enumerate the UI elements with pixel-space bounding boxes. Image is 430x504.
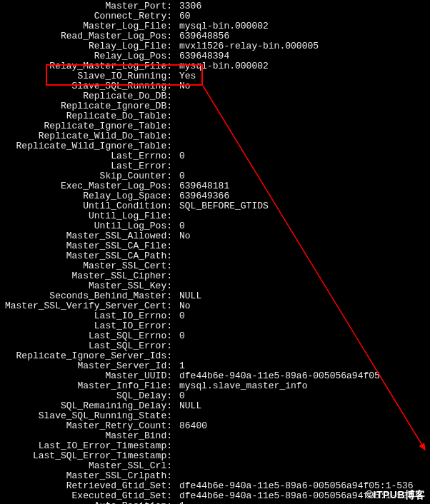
status-row: Master_SSL_Crl: [0, 461, 430, 471]
status-label: Relay_Master_Log_File: [0, 61, 175, 71]
status-value [175, 321, 179, 331]
status-label: Executed_Gtid_Set: [0, 491, 175, 501]
status-label: Replicate_Do_DB: [0, 91, 175, 101]
status-value [175, 471, 179, 481]
status-value [175, 161, 179, 171]
status-row: Replicate_Do_DB: [0, 91, 430, 101]
status-row: Until_Log_File: [0, 211, 430, 221]
status-row: Slave_IO_Running:Yes [0, 71, 430, 81]
status-value: 60 [175, 11, 191, 21]
status-label: Until_Log_File: [0, 211, 175, 221]
status-row: Master_Port:3306 [0, 1, 430, 11]
status-row: Master_SSL_Allowed:No [0, 231, 430, 241]
status-row: Master_Server_Id:1 [0, 361, 430, 371]
status-label: Replicate_Ignore_Server_Ids: [0, 351, 175, 361]
status-row: Connect_Retry:60 [0, 11, 430, 21]
status-label: Replicate_Ignore_DB: [0, 101, 175, 111]
status-row: Master_Bind: [0, 431, 430, 441]
status-value: 0 [175, 311, 185, 321]
status-label: Master_SSL_Crlpath: [0, 471, 175, 481]
status-label: Relay_Log_Space: [0, 191, 175, 201]
status-row: Master_SSL_CA_File: [0, 241, 430, 251]
status-value [175, 341, 179, 351]
status-value [175, 101, 179, 111]
status-label: Retrieved_Gtid_Set: [0, 481, 175, 491]
status-row: Last_SQL_Error: [0, 341, 430, 351]
status-label: Master_Info_File: [0, 381, 175, 391]
status-value: 0 [175, 171, 185, 181]
status-label: Master_SSL_Crl: [0, 461, 175, 471]
status-value: 639648394 [175, 51, 229, 61]
status-value: No [175, 81, 191, 91]
status-value: NULL [175, 291, 201, 301]
status-row: Seconds_Behind_Master:NULL [0, 291, 430, 301]
status-row: Master_SSL_Cert: [0, 261, 430, 271]
status-label: Connect_Retry: [0, 11, 175, 21]
status-row: Until_Log_Pos:0 [0, 221, 430, 231]
status-label: Relay_Log_File: [0, 41, 175, 51]
status-label: Until_Log_Pos: [0, 221, 175, 231]
status-label: Auto_Position: [0, 501, 175, 504]
status-label: Replicate_Ignore_Table: [0, 121, 175, 131]
status-row: Last_IO_Errno:0 [0, 311, 430, 321]
status-value: 0 [175, 221, 185, 231]
status-value [175, 121, 179, 131]
status-label: Master_SSL_Verify_Server_Cert: [0, 301, 175, 311]
status-label: Master_Retry_Count: [0, 421, 175, 431]
status-row: Master_SSL_Crlpath: [0, 471, 430, 481]
status-label: Last_Error: [0, 161, 175, 171]
status-value: NULL [175, 401, 201, 411]
status-value: 639648181 [175, 181, 229, 191]
status-row: Master_SSL_Verify_Server_Cert:No [0, 301, 430, 311]
status-value [175, 271, 179, 281]
status-row: Replicate_Ignore_Table: [0, 121, 430, 131]
status-label: Replicate_Wild_Ignore_Table: [0, 141, 175, 151]
status-label: Master_SSL_Cert: [0, 261, 175, 271]
status-row: Replicate_Ignore_Server_Ids: [0, 351, 430, 361]
status-row: Last_SQL_Error_Timestamp: [0, 451, 430, 461]
status-value [175, 461, 179, 471]
status-value [175, 131, 179, 141]
status-value [175, 451, 179, 461]
status-row: Replicate_Wild_Do_Table: [0, 131, 430, 141]
status-value [175, 261, 179, 271]
status-row: Relay_Log_File:mvxl1526-relay-bin.000005 [0, 41, 430, 51]
status-label: Last_Errno: [0, 151, 175, 161]
status-row: Slave_SQL_Running:No [0, 81, 430, 91]
status-label: Master_SSL_CA_Path: [0, 251, 175, 261]
status-row: Master_SSL_Cipher: [0, 271, 430, 281]
status-label: Seconds_Behind_Master: [0, 291, 175, 301]
status-label: Replicate_Wild_Do_Table: [0, 131, 175, 141]
status-value: 1 [175, 501, 185, 504]
status-value: mysql.slave_master_info [175, 381, 307, 391]
status-value [175, 251, 179, 261]
status-row: Master_Retry_Count:86400 [0, 421, 430, 431]
status-label: Slave_SQL_Running: [0, 81, 175, 91]
status-row: Read_Master_Log_Pos:639648856 [0, 31, 430, 41]
status-value: dfe44b6e-940a-11e5-89a6-005056a94f05 [175, 371, 380, 381]
status-label: Replicate_Do_Table: [0, 111, 175, 121]
status-row: Replicate_Do_Table: [0, 111, 430, 121]
status-value [175, 411, 179, 421]
status-row: Replicate_Ignore_DB: [0, 101, 430, 111]
status-label: Master_Bind: [0, 431, 175, 441]
status-label: Last_SQL_Errno: [0, 331, 175, 341]
status-row: Last_Error: [0, 161, 430, 171]
status-value [175, 111, 179, 121]
status-value [175, 91, 179, 101]
status-value: Yes [175, 71, 196, 81]
status-label: Master_SSL_Key: [0, 281, 175, 291]
status-value: mysql-bin.000002 [175, 61, 269, 71]
status-label: Last_IO_Errno: [0, 311, 175, 321]
status-row: Last_IO_Error: [0, 321, 430, 331]
terminal-output: Master_Port:3306Connect_Retry:60Master_L… [0, 0, 430, 504]
status-row: Slave_SQL_Running_State: [0, 411, 430, 421]
status-row: Replicate_Wild_Ignore_Table: [0, 141, 430, 151]
status-label: SQL_Remaining_Delay: [0, 401, 175, 411]
status-value [175, 241, 179, 251]
status-value [175, 141, 179, 151]
status-row: Relay_Log_Space:639649366 [0, 191, 430, 201]
status-value: No [175, 231, 191, 241]
status-row: SQL_Delay:0 [0, 391, 430, 401]
status-label: SQL_Delay: [0, 391, 175, 401]
